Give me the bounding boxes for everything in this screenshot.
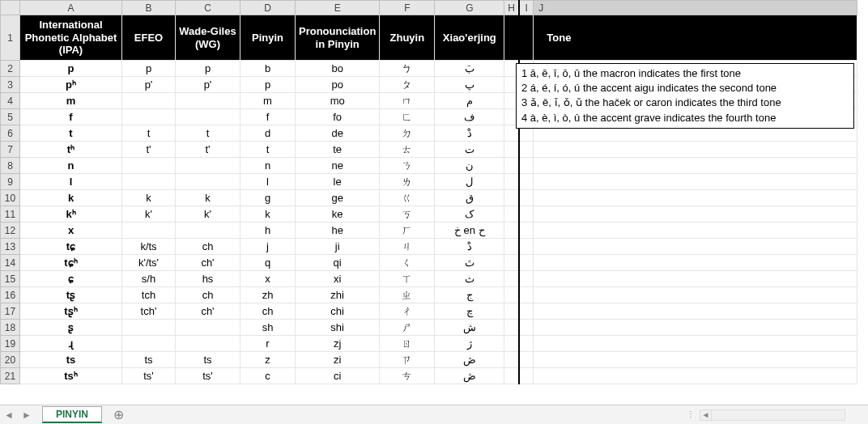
cell-ipa[interactable]: n	[20, 158, 122, 174]
cell-ipa[interactable]: x	[20, 223, 122, 239]
cell-pron[interactable]: ke	[296, 206, 380, 223]
cell-i[interactable]	[519, 174, 534, 190]
cell-xiaoerjing[interactable]: ڞ	[435, 352, 504, 368]
cell-pron[interactable]: xi	[296, 271, 380, 287]
horizontal-scrollbar[interactable]: ◄	[700, 409, 845, 421]
cell-ipa[interactable]: k	[20, 190, 122, 206]
cell-pinyin[interactable]: g	[240, 190, 296, 206]
row-number[interactable]: 19	[1, 336, 20, 352]
cell-h[interactable]	[504, 336, 519, 352]
header-i[interactable]	[519, 15, 534, 61]
cell-j[interactable]	[534, 190, 857, 206]
cell-i[interactable]	[519, 190, 534, 206]
row-number[interactable]: 16	[1, 287, 20, 303]
cell-pron[interactable]: ci	[296, 368, 380, 384]
cell-pron[interactable]: shi	[296, 320, 380, 336]
cell-efeo[interactable]: tch'	[122, 303, 176, 320]
header-pinyin[interactable]: Pinyin	[240, 15, 296, 61]
cell-pron[interactable]: qi	[296, 255, 380, 271]
cell-ipa[interactable]: ɻ	[20, 336, 122, 352]
cell-pinyin[interactable]: j	[240, 239, 296, 255]
cell-ipa[interactable]: l	[20, 174, 122, 190]
cell-xiaoerjing[interactable]: ٿ	[435, 255, 504, 271]
cell-xiaoerjing[interactable]: م	[435, 93, 504, 109]
cell-wg[interactable]	[176, 336, 240, 352]
cell-j[interactable]	[534, 336, 857, 352]
cell-h[interactable]	[504, 142, 519, 158]
cell-wg[interactable]	[176, 109, 240, 125]
cell-xiaoerjing[interactable]: ل	[435, 174, 504, 190]
cell-zhuyin[interactable]: ㄗ	[380, 352, 435, 368]
cell-ipa[interactable]: m	[20, 93, 122, 109]
cell-zhuyin[interactable]: ㄑ	[380, 255, 435, 271]
cell-wg[interactable]	[176, 320, 240, 336]
cell-efeo[interactable]: tch	[122, 287, 176, 303]
cell-pinyin[interactable]: q	[240, 255, 296, 271]
col-header-A[interactable]: A	[20, 1, 122, 15]
cell-pron[interactable]: po	[296, 77, 380, 93]
cell-i[interactable]	[519, 287, 534, 303]
cell-j[interactable]	[534, 271, 857, 287]
header-ipa[interactable]: International Phonetic Alphabet (IPA)	[20, 15, 122, 61]
cell-zhuyin[interactable]: ㄅ	[380, 61, 435, 77]
cell-wg[interactable]: ch'	[176, 255, 240, 271]
col-header-E[interactable]: E	[296, 1, 380, 15]
cell-j[interactable]	[534, 255, 857, 271]
cell-efeo[interactable]	[122, 336, 176, 352]
cell-pinyin[interactable]: d	[240, 125, 296, 142]
header-xiaoerjing[interactable]: Xiao'erjing	[435, 15, 504, 61]
cell-h[interactable]	[504, 255, 519, 271]
cell-xiaoerjing[interactable]: ژ	[435, 336, 504, 352]
cell-xiaoerjing[interactable]: خ en ح	[435, 223, 504, 239]
worksheet-grid[interactable]: A B C D E F G H I J 1 International Phon…	[0, 0, 857, 384]
header-h[interactable]	[504, 15, 519, 61]
cell-wg[interactable]: ch	[176, 287, 240, 303]
cell-zhuyin[interactable]: ㄇ	[380, 93, 435, 109]
next-sheet-button[interactable]: ►	[18, 406, 36, 424]
cell-ipa[interactable]: tʂʰ	[20, 303, 122, 320]
cell-pinyin[interactable]: b	[240, 61, 296, 77]
cell-zhuyin[interactable]: ㄋ	[380, 158, 435, 174]
cell-i[interactable]	[519, 303, 534, 320]
cell-ipa[interactable]: f	[20, 109, 122, 125]
cell-ipa[interactable]: tʂ	[20, 287, 122, 303]
cell-pinyin[interactable]: ch	[240, 303, 296, 320]
header-efeo[interactable]: EFEO	[122, 15, 176, 61]
select-all-corner[interactable]	[1, 1, 20, 15]
cell-h[interactable]	[504, 320, 519, 336]
cell-j[interactable]	[534, 368, 857, 384]
sheet-tab-pinyin[interactable]: PINYIN	[42, 406, 102, 423]
cell-xiaoerjing[interactable]: ف	[435, 109, 504, 125]
cell-wg[interactable]: ts'	[176, 368, 240, 384]
cell-pinyin[interactable]: zh	[240, 287, 296, 303]
cell-pron[interactable]: zi	[296, 352, 380, 368]
row-number[interactable]: 20	[1, 352, 20, 368]
cell-h[interactable]	[504, 303, 519, 320]
cell-j[interactable]	[534, 239, 857, 255]
cell-zhuyin[interactable]: ㄕ	[380, 320, 435, 336]
cell-ipa[interactable]: ɕ	[20, 271, 122, 287]
cell-zhuyin[interactable]: ㄖ	[380, 336, 435, 352]
cell-pron[interactable]: fo	[296, 109, 380, 125]
row-number[interactable]: 2	[1, 61, 20, 77]
cell-ipa[interactable]: pʰ	[20, 77, 122, 93]
cell-pron[interactable]: he	[296, 223, 380, 239]
cell-i[interactable]	[519, 158, 534, 174]
cell-efeo[interactable]	[122, 320, 176, 336]
cell-pinyin[interactable]: f	[240, 109, 296, 125]
cell-zhuyin[interactable]: ㄊ	[380, 142, 435, 158]
cell-wg[interactable]: hs	[176, 271, 240, 287]
cell-ipa[interactable]: p	[20, 61, 122, 77]
row-number[interactable]: 6	[1, 125, 20, 142]
cell-h[interactable]	[504, 174, 519, 190]
cell-pinyin[interactable]: m	[240, 93, 296, 109]
cell-xiaoerjing[interactable]: پ	[435, 77, 504, 93]
cell-pron[interactable]: ne	[296, 158, 380, 174]
cell-zhuyin[interactable]: ㄍ	[380, 190, 435, 206]
cell-efeo[interactable]: ts'	[122, 368, 176, 384]
cell-h[interactable]	[504, 158, 519, 174]
cell-efeo[interactable]: k'	[122, 206, 176, 223]
cell-pinyin[interactable]: k	[240, 206, 296, 223]
cell-xiaoerjing[interactable]: ک	[435, 206, 504, 223]
cell-j[interactable]	[534, 223, 857, 239]
